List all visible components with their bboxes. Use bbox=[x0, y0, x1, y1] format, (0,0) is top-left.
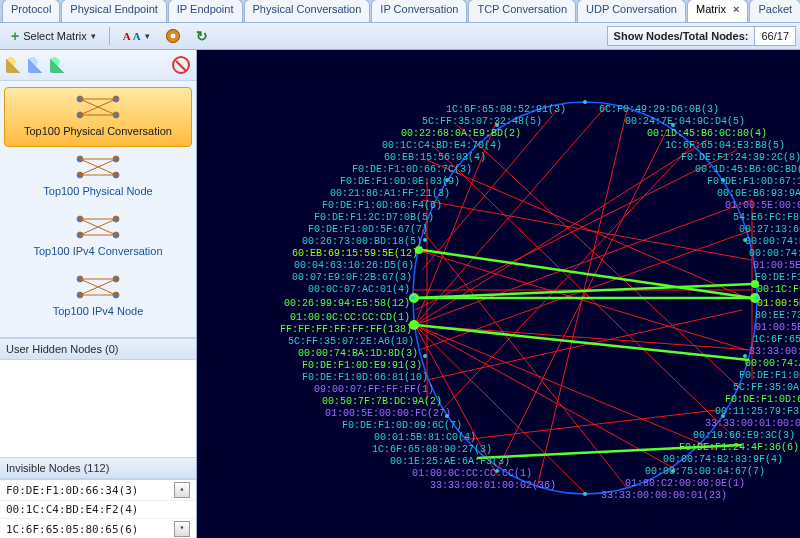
svg-point-65 bbox=[409, 320, 419, 330]
tab-tcp-conversation[interactable]: TCP Conversation bbox=[468, 0, 576, 22]
tab-packet[interactable]: Packet bbox=[749, 0, 800, 22]
wand-icon[interactable] bbox=[6, 57, 22, 73]
add-matrix-button[interactable]: + Select Matrix ▾ bbox=[4, 25, 103, 47]
svg-point-83 bbox=[495, 469, 499, 473]
close-icon[interactable]: × bbox=[733, 3, 739, 15]
tab-physical-endpoint[interactable]: Physical Endpoint bbox=[61, 0, 166, 22]
top-item-label: Top100 Physical Conversation bbox=[24, 125, 172, 137]
matrix-icon bbox=[74, 213, 122, 241]
tab-udp-conversation[interactable]: UDP Conversation bbox=[577, 0, 686, 22]
separator bbox=[109, 27, 110, 45]
plus-icon: + bbox=[11, 28, 19, 44]
svg-line-57 bbox=[457, 125, 742, 390]
svg-line-34 bbox=[422, 200, 752, 260]
gear-icon bbox=[166, 29, 180, 43]
node-count-value: 66/17 bbox=[755, 27, 795, 45]
graph-svg bbox=[197, 50, 800, 538]
top100-physical-conversation[interactable]: Top100 Physical Conversation bbox=[4, 87, 192, 147]
refresh-button[interactable]: ↻ bbox=[189, 25, 215, 47]
scroll-down-button[interactable]: ▾ bbox=[174, 521, 190, 537]
top-list: Top100 Physical Conversation Top100 Phys… bbox=[0, 81, 196, 338]
svg-point-71 bbox=[411, 296, 415, 300]
svg-point-73 bbox=[495, 123, 499, 127]
sidebar-toolbar bbox=[0, 50, 196, 81]
tab-ip-conversation[interactable]: IP Conversation bbox=[371, 0, 467, 22]
wand-icon[interactable] bbox=[50, 57, 66, 73]
svg-point-78 bbox=[743, 238, 747, 242]
tab-strip: Protocol Physical Endpoint IP Endpoint P… bbox=[0, 0, 800, 23]
svg-point-72 bbox=[755, 296, 759, 300]
options-button[interactable] bbox=[159, 26, 187, 46]
refresh-icon: ↻ bbox=[196, 28, 208, 44]
invisible-heading[interactable]: Invisible Nodes (112) bbox=[0, 457, 196, 479]
svg-point-74 bbox=[671, 123, 675, 127]
list-item[interactable]: 1C:6F:65:05:80:65(6) ▾ bbox=[0, 519, 196, 538]
list-item[interactable]: 00:1C:C4:BD:E4:F2(4) bbox=[0, 501, 196, 519]
svg-point-79 bbox=[423, 354, 427, 358]
top-item-label: Top100 Physical Node bbox=[43, 185, 152, 197]
matrix-icon bbox=[74, 93, 122, 121]
svg-line-40 bbox=[442, 140, 697, 410]
svg-point-82 bbox=[721, 414, 725, 418]
top-item-label: Top100 IPv4 Node bbox=[53, 305, 144, 317]
select-matrix-label: Select Matrix bbox=[23, 30, 87, 42]
svg-point-76 bbox=[721, 178, 725, 182]
svg-line-39 bbox=[427, 310, 742, 380]
svg-point-66 bbox=[415, 246, 423, 254]
invisible-list: F0:DE:F1:0D:66:34(3) ▴ 00:1C:C4:BD:E4:F2… bbox=[0, 479, 196, 538]
svg-line-63 bbox=[477, 445, 742, 458]
svg-point-68 bbox=[751, 280, 759, 288]
node-count-label: Show Nodes/Total Nodes: bbox=[608, 27, 756, 45]
list-item[interactable]: F0:DE:F1:0D:66:34(3) ▴ bbox=[0, 480, 196, 501]
svg-point-84 bbox=[671, 469, 675, 473]
svg-line-61 bbox=[416, 325, 749, 360]
sidebar: Top100 Physical Conversation Top100 Phys… bbox=[0, 50, 197, 538]
tab-ip-endpoint[interactable]: IP Endpoint bbox=[168, 0, 243, 22]
tab-protocol[interactable]: Protocol bbox=[2, 0, 60, 22]
chevron-down-icon: ▾ bbox=[91, 31, 96, 41]
matrix-icon bbox=[74, 273, 122, 301]
svg-point-80 bbox=[743, 354, 747, 358]
matrix-toolbar: + Select Matrix ▾ AA ▾ ↻ Show Nodes/Tota… bbox=[0, 23, 800, 50]
matrix-canvas[interactable]: 1C:6F:65:08:52:91(3)5C:FF:35:07:32:48(5)… bbox=[197, 50, 800, 538]
svg-point-81 bbox=[445, 414, 449, 418]
svg-point-69 bbox=[583, 100, 587, 104]
svg-line-56 bbox=[432, 145, 737, 440]
user-hidden-heading[interactable]: User Hidden Nodes (0) bbox=[0, 338, 196, 360]
top-item-label: Top100 IPv4 Conversation bbox=[33, 245, 162, 257]
svg-point-70 bbox=[583, 492, 587, 496]
scroll-up-button[interactable]: ▴ bbox=[174, 482, 190, 498]
chevron-down-icon: ▾ bbox=[145, 31, 150, 41]
svg-point-77 bbox=[423, 238, 427, 242]
svg-point-75 bbox=[445, 178, 449, 182]
node-count-display: Show Nodes/Total Nodes: 66/17 bbox=[607, 26, 796, 46]
tab-physical-conversation[interactable]: Physical Conversation bbox=[244, 0, 371, 22]
top100-physical-node[interactable]: Top100 Physical Node bbox=[4, 147, 192, 207]
matrix-icon bbox=[74, 153, 122, 181]
top100-ipv4-node[interactable]: Top100 IPv4 Node bbox=[4, 267, 192, 327]
forbidden-icon[interactable] bbox=[172, 56, 190, 74]
tab-matrix[interactable]: Matrix × bbox=[687, 0, 748, 22]
svg-line-41 bbox=[462, 410, 717, 440]
wand-icon[interactable] bbox=[28, 57, 44, 73]
user-hidden-list bbox=[0, 360, 196, 457]
svg-line-46 bbox=[422, 230, 627, 488]
font-color-button[interactable]: AA ▾ bbox=[116, 27, 157, 45]
top100-ipv4-conversation[interactable]: Top100 IPv4 Conversation bbox=[4, 207, 192, 267]
